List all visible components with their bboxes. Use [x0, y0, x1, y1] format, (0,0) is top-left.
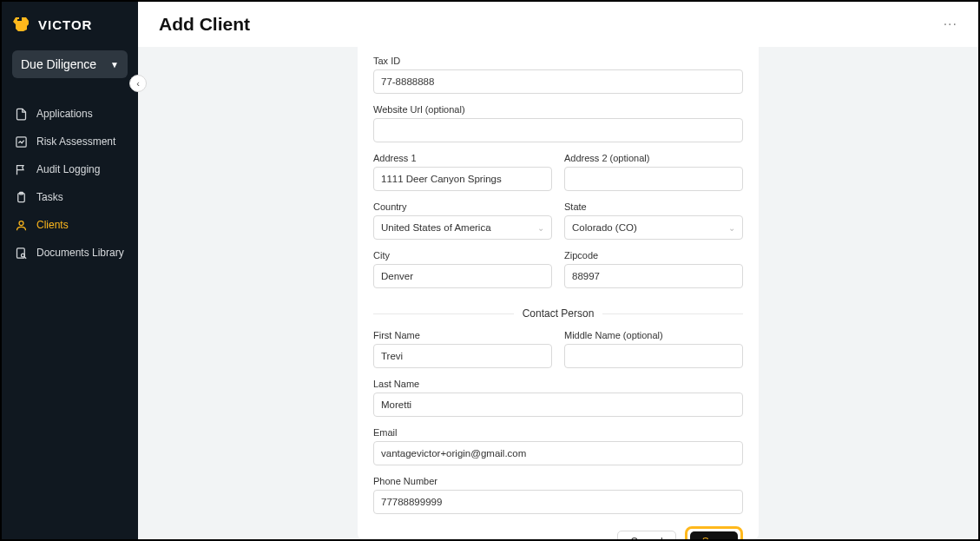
form-actions: Cancel Save: [373, 526, 743, 539]
sidebar-item-tasks[interactable]: Tasks: [12, 186, 128, 208]
main: Add Client ··· Tax ID Website Url (optio…: [138, 2, 978, 539]
chevron-down-icon: ⌄: [728, 223, 735, 233]
zipcode-input[interactable]: [564, 264, 743, 288]
brand-logo: VICTOR: [12, 14, 128, 35]
zipcode-label: Zipcode: [564, 250, 743, 261]
state-select[interactable]: Colorado (CO) ⌄: [564, 215, 743, 240]
collapse-sidebar-button[interactable]: ‹: [129, 75, 147, 92]
sidebar-item-documents-library[interactable]: Documents Library: [12, 241, 128, 264]
page-header: Add Client ···: [138, 2, 978, 47]
phone-label: Phone Number: [373, 476, 743, 486]
user-icon: [14, 218, 28, 232]
last-name-label: Last Name: [373, 379, 743, 389]
content: Tax ID Website Url (optional) Address 1 …: [138, 47, 978, 539]
city-input[interactable]: [373, 264, 552, 288]
sidebar-item-label: Audit Logging: [36, 163, 100, 175]
country-value: United States of America: [381, 222, 491, 233]
cancel-button[interactable]: Cancel: [617, 531, 675, 539]
lion-logo-icon: [12, 14, 33, 35]
state-value: Colorado (CO): [572, 222, 637, 233]
tax-id-input[interactable]: [373, 69, 743, 94]
address2-label: Address 2 (optional): [564, 153, 743, 163]
svg-point-6: [21, 254, 24, 257]
save-highlight: Save: [685, 526, 743, 539]
contact-person-divider: Contact Person: [373, 307, 743, 320]
first-name-label: First Name: [373, 330, 552, 340]
state-label: State: [564, 201, 743, 212]
chevron-down-icon: ⌄: [537, 223, 544, 233]
sidebar-item-label: Applications: [36, 108, 93, 120]
sidebar-item-audit-logging[interactable]: Audit Logging: [12, 158, 128, 181]
city-label: City: [373, 250, 552, 261]
contact-person-title: Contact Person: [523, 307, 595, 320]
project-switcher-label: Due Diligence: [21, 57, 96, 71]
email-label: Email: [373, 427, 743, 438]
sidebar-item-label: Tasks: [36, 191, 63, 203]
sidebar-item-risk-assessment[interactable]: Risk Assessment: [12, 130, 128, 153]
clipboard-icon: [14, 190, 28, 204]
last-name-input[interactable]: [373, 393, 743, 417]
sidebar: VICTOR Due Diligence ▼ ‹ Applications Ri…: [2, 2, 138, 539]
sidebar-nav: Applications Risk Assessment Audit Loggi…: [12, 102, 128, 264]
sidebar-item-label: Clients: [36, 219, 69, 231]
caret-down-icon: ▼: [110, 60, 119, 69]
svg-rect-0: [17, 19, 19, 21]
file-icon: [14, 107, 28, 121]
phone-input[interactable]: [373, 490, 743, 514]
brand-name: VICTOR: [38, 17, 92, 32]
sidebar-item-clients[interactable]: Clients: [12, 214, 128, 236]
sidebar-item-label: Risk Assessment: [36, 135, 115, 148]
divider-line: [373, 313, 514, 314]
website-input[interactable]: [373, 118, 743, 142]
flag-icon: [14, 162, 28, 176]
website-label: Website Url (optional): [373, 104, 743, 115]
more-menu-button[interactable]: ···: [944, 16, 957, 32]
middle-name-label: Middle Name (optional): [564, 330, 743, 340]
tax-id-label: Tax ID: [373, 56, 743, 66]
divider-line: [602, 313, 743, 314]
project-switcher[interactable]: Due Diligence ▼: [12, 50, 128, 78]
sidebar-item-applications[interactable]: Applications: [12, 102, 128, 125]
chevron-left-icon: ‹: [136, 78, 140, 89]
page-title: Add Client: [159, 14, 250, 35]
address1-label: Address 1: [373, 153, 552, 163]
first-name-input[interactable]: [373, 344, 552, 368]
address1-input[interactable]: [373, 167, 552, 191]
add-client-form: Tax ID Website Url (optional) Address 1 …: [358, 47, 759, 539]
sidebar-item-label: Documents Library: [36, 247, 124, 259]
email-input[interactable]: [373, 441, 743, 465]
svg-point-4: [19, 221, 23, 225]
save-button[interactable]: Save: [690, 531, 738, 539]
middle-name-input[interactable]: [564, 344, 743, 368]
chart-icon: [14, 135, 28, 148]
country-label: Country: [373, 201, 552, 212]
address2-input[interactable]: [564, 167, 743, 191]
country-select[interactable]: United States of America ⌄: [373, 215, 552, 240]
doc-search-icon: [14, 246, 28, 260]
